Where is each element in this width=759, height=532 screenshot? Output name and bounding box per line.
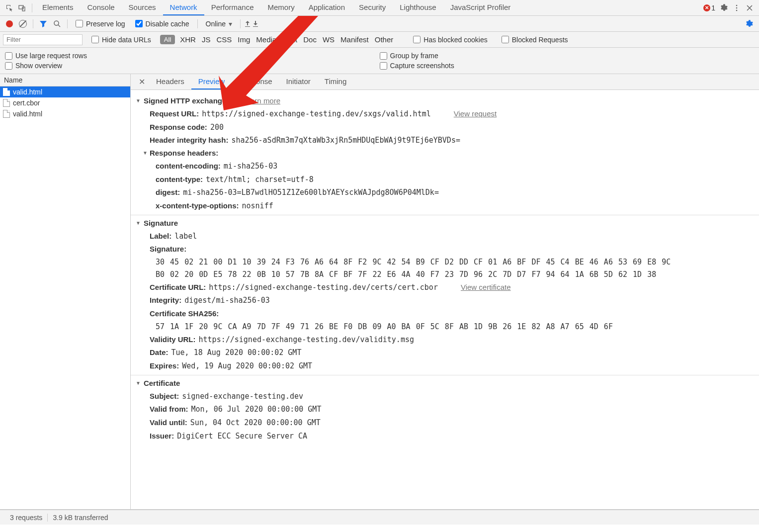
download-icon[interactable] xyxy=(252,20,259,28)
request-row[interactable]: valid.html xyxy=(0,108,130,119)
document-icon xyxy=(3,88,10,96)
filter-js[interactable]: JS xyxy=(202,35,211,44)
divider xyxy=(33,19,33,28)
detail-tab-headers[interactable]: Headers xyxy=(149,74,191,89)
tab-elements[interactable]: Elements xyxy=(35,0,81,15)
network-settings-icon[interactable] xyxy=(745,20,753,28)
view-certificate-link[interactable]: View certificate xyxy=(461,281,511,294)
divider xyxy=(67,19,68,28)
tab-javascript-profiler[interactable]: JavaScript Profiler xyxy=(443,0,518,15)
response-header-row: x-content-type-options:nosniff xyxy=(136,199,754,213)
svg-point-4 xyxy=(736,9,738,11)
clear-button[interactable] xyxy=(19,20,27,28)
learn-more-link[interactable]: Learn more xyxy=(242,95,280,107)
large-rows-checkbox[interactable]: Use large request rows xyxy=(5,52,380,60)
error-icon: ✕ xyxy=(703,4,710,11)
close-detail-icon[interactable]: ✕ xyxy=(135,77,149,87)
upload-icon[interactable] xyxy=(244,20,252,28)
issuer-value: DigiCert ECC Secure Server CA xyxy=(177,430,307,443)
error-count[interactable]: ✕ 1 xyxy=(703,4,715,12)
tab-network[interactable]: Network xyxy=(163,0,204,15)
request-name: cert.cbor xyxy=(13,99,40,107)
filter-manifest[interactable]: Manifest xyxy=(340,35,369,44)
kebab-menu-icon[interactable] xyxy=(732,3,741,12)
subject-value: signed-exchange-testing.dev xyxy=(182,390,303,403)
tab-lighthouse[interactable]: Lighthouse xyxy=(393,0,443,15)
capture-screenshots-checkbox[interactable]: Capture screenshots xyxy=(380,62,755,70)
response-headers-toggle[interactable]: ▼ Response headers: xyxy=(136,147,754,160)
detail-tab-response[interactable]: Response xyxy=(232,74,279,89)
filter-doc[interactable]: Doc xyxy=(303,35,317,44)
detail-tab-initiator[interactable]: Initiator xyxy=(279,74,318,89)
request-row[interactable]: valid.html xyxy=(0,87,130,97)
disable-cache-checkbox[interactable]: Disable cache xyxy=(135,20,189,28)
blocked-requests-checkbox[interactable]: Blocked Requests xyxy=(502,36,568,44)
request-name: valid.html xyxy=(13,88,42,96)
request-row[interactable]: cert.cbor xyxy=(0,97,130,108)
filter-icon[interactable] xyxy=(39,20,47,28)
preserve-log-checkbox[interactable]: Preserve log xyxy=(76,20,125,28)
detail-tab-preview[interactable]: Preview xyxy=(191,74,232,89)
filter-css[interactable]: CSS xyxy=(216,35,232,44)
valid-until-key: Valid until: xyxy=(150,417,187,429)
filter-other[interactable]: Other xyxy=(375,35,394,44)
svg-point-2 xyxy=(736,4,738,6)
search-icon[interactable] xyxy=(53,20,61,28)
signature-hex-1: 30 45 02 21 00 D1 10 39 24 F3 76 A6 64 8… xyxy=(136,256,754,268)
error-count-text: 1 xyxy=(711,4,715,12)
date-key: Date: xyxy=(150,347,169,359)
group-frame-checkbox[interactable]: Group by frame xyxy=(380,52,755,60)
date-value: Tue, 18 Aug 2020 00:00:02 GMT xyxy=(171,347,302,359)
response-header-row: content-encoding:mi-sha256-03 xyxy=(136,160,754,173)
detail-tab-timing[interactable]: Timing xyxy=(318,74,353,89)
cert-sha-value: 57 1A 1F 20 9C CA A9 7D 7F 49 71 26 BE F… xyxy=(136,321,754,333)
tab-console[interactable]: Console xyxy=(81,0,122,15)
settings-gear-icon[interactable] xyxy=(719,3,728,12)
filter-all[interactable]: All xyxy=(160,35,175,44)
status-bar: 3 requests 3.9 kB transferred xyxy=(0,510,759,525)
record-button[interactable] xyxy=(6,20,13,27)
filter-input[interactable] xyxy=(3,34,83,45)
filter-bar: Hide data URLs All XHRJSCSSImgMediaFontD… xyxy=(0,32,759,48)
close-devtools-icon[interactable] xyxy=(745,3,754,12)
header-value: mi-sha256-03=LB7wdlHO51Z1Ze600lbYAEYsckW… xyxy=(183,186,439,199)
cert-sha-key: Certificate SHA256: xyxy=(150,308,219,320)
filter-font[interactable]: Font xyxy=(282,35,297,44)
divider xyxy=(240,19,241,28)
tab-sources[interactable]: Sources xyxy=(122,0,163,15)
has-blocked-cookies-checkbox[interactable]: Has blocked cookies xyxy=(413,36,487,44)
view-request-link[interactable]: View request xyxy=(454,108,497,120)
certificate-header[interactable]: ▼ Certificate xyxy=(136,377,754,390)
throttling-select[interactable]: Online ▾ xyxy=(206,20,232,28)
filter-img[interactable]: Img xyxy=(238,35,250,44)
blocked-requests-label: Blocked Requests xyxy=(512,36,568,44)
tab-performance[interactable]: Performance xyxy=(204,0,261,15)
tab-memory[interactable]: Memory xyxy=(261,0,302,15)
device-toggle-icon[interactable] xyxy=(18,3,27,12)
expires-key: Expires: xyxy=(150,360,179,372)
certificate-title: Certificate xyxy=(144,377,180,390)
tab-security[interactable]: Security xyxy=(352,0,393,15)
name-column-header[interactable]: Name xyxy=(0,74,130,87)
network-main-split: Name valid.htmlcert.cborvalid.html ✕ Hea… xyxy=(0,74,759,510)
cert-url-key: Certificate URL: xyxy=(150,281,206,294)
cert-url-value: https://signed-exchange-testing.dev/cert… xyxy=(209,281,438,294)
sxg-header[interactable]: ▼ Signed HTTP exchange Learn more xyxy=(136,95,754,107)
header-key: x-content-type-options: xyxy=(156,200,239,212)
signature-header[interactable]: ▼ Signature xyxy=(136,217,754,230)
filter-media[interactable]: Media xyxy=(256,35,276,44)
capture-screenshots-label: Capture screenshots xyxy=(390,62,454,70)
hide-data-urls-checkbox[interactable]: Hide data URLs xyxy=(91,36,151,44)
tab-application[interactable]: Application xyxy=(302,0,352,15)
show-overview-checkbox[interactable]: Show overview xyxy=(5,62,380,70)
filter-ws[interactable]: WS xyxy=(323,35,335,44)
integrity-value: digest/mi-sha256-03 xyxy=(184,294,270,307)
inspect-icon[interactable] xyxy=(5,3,14,12)
divider xyxy=(197,19,198,28)
valid-from-key: Valid from: xyxy=(150,403,188,416)
header-value: nosniff xyxy=(242,200,273,212)
status-transferred: 3.9 kB transferred xyxy=(48,514,113,522)
filter-xhr[interactable]: XHR xyxy=(180,35,196,44)
resource-type-filters: All XHRJSCSSImgMediaFontDocWSManifestOth… xyxy=(160,35,399,44)
detail-tabs: ✕ HeadersPreviewResponseInitiatorTiming xyxy=(131,74,759,90)
